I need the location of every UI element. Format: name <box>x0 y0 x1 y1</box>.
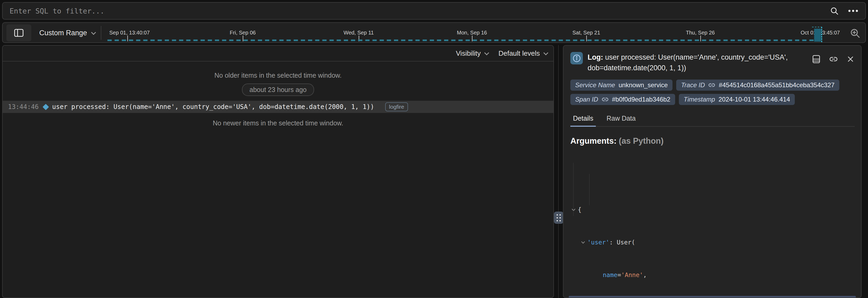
link-icon <box>602 96 609 103</box>
code-token: User( <box>617 237 635 248</box>
log-row[interactable]: 13:44:46 user processed: User(name='Anne… <box>3 101 553 113</box>
split-view-icon[interactable] <box>812 55 820 64</box>
panel-split-divider <box>558 45 559 298</box>
badge-value: #b0f0d9ed1ab346b2 <box>612 96 670 103</box>
log-list-panel: Visibility Default levels No older items… <box>2 45 554 298</box>
info-icon <box>570 52 583 64</box>
default-levels-label: Default levels <box>498 49 540 58</box>
log-row-message: user processed: User(name='Anne', countr… <box>52 103 374 110</box>
indent-guide <box>573 163 574 216</box>
sql-filter-bar[interactable]: Enter SQL to filter... <box>2 2 866 20</box>
timeline-label: Fri, Sep 06 <box>230 30 256 36</box>
collapse-caret-icon[interactable] <box>570 209 577 211</box>
visibility-label: Visibility <box>456 49 480 58</box>
timeline-label: Sep 01, 13:40:07 <box>109 30 150 36</box>
trace-id-badge[interactable]: Trace ID #454514c0168a455a51bb4ceba354c3… <box>676 79 839 91</box>
log-row-tag[interactable]: logfire <box>385 102 408 111</box>
divider <box>101 26 101 40</box>
arguments-heading-suffix: (as Python) <box>619 136 664 145</box>
detail-title-text: user processed: User(name='Anne', countr… <box>588 53 787 72</box>
detail-title-prefix: Log: <box>588 53 603 61</box>
time-ago-pill[interactable]: about 23 hours ago <box>242 84 314 96</box>
badge-label: Service Name <box>575 81 615 89</box>
log-list-header: Visibility Default levels <box>3 45 553 62</box>
close-icon[interactable] <box>847 56 854 63</box>
timeline-label: Sat, Sep 21 <box>572 30 600 36</box>
timestamp-badge: Timestamp 2024-10-01 13:44:46.414 <box>679 94 795 105</box>
log-level-diamond-icon <box>42 104 49 110</box>
log-row-time: 13:44:46 <box>8 103 39 110</box>
collapse-caret-icon[interactable] <box>580 241 586 244</box>
timeline-selection-marker[interactable] <box>812 27 822 42</box>
code-token: { <box>578 204 582 215</box>
time-range-label: Custom Range <box>39 29 87 37</box>
code-token: , <box>643 270 647 280</box>
span-id-badge[interactable]: Span ID #b0f0d9ed1ab346b2 <box>570 94 675 105</box>
code-string: 'Anne' <box>621 270 643 280</box>
panel-drag-handle[interactable] <box>554 211 563 224</box>
badge-label: Timestamp <box>684 96 715 103</box>
copy-link-icon[interactable] <box>829 55 838 63</box>
link-icon <box>708 82 715 89</box>
tab-raw-data[interactable]: Raw Data <box>604 112 638 126</box>
visibility-dropdown[interactable]: Visibility <box>456 49 488 58</box>
log-detail-panel: Log: user processed: User(name='Anne', c… <box>563 45 862 298</box>
badge-value: #454514c0168a455a51bb4ceba354c327 <box>719 81 834 89</box>
badge-value: 2024-10-01 13:44:46.414 <box>718 96 790 103</box>
code-key: name <box>603 270 617 280</box>
code-key: 'user' <box>587 237 609 248</box>
service-name-badge: Service Name unknown_service <box>570 79 673 91</box>
more-options-icon[interactable] <box>848 9 859 12</box>
no-older-items-text: No older items in the selected time wind… <box>3 72 553 79</box>
chevron-down-icon <box>91 30 96 35</box>
arguments-heading: Arguments: (as Python) <box>570 136 855 146</box>
code-token: : <box>609 237 617 248</box>
detail-tabs: Details Raw Data <box>570 112 855 127</box>
section-divider <box>569 296 856 297</box>
badge-label: Trace ID <box>681 81 705 89</box>
timeline-activity-dashes <box>107 39 823 41</box>
timeline-bar: Custom Range Sep 01, 13:40:07 Fri, Sep 0… <box>2 22 866 43</box>
code-token: = <box>617 270 621 280</box>
arguments-heading-text: Arguments: <box>570 136 617 145</box>
sql-filter-input[interactable]: Enter SQL to filter... <box>9 7 830 15</box>
chevron-down-icon <box>543 51 548 55</box>
badge-value: unknown_service <box>619 81 668 89</box>
default-levels-dropdown[interactable]: Default levels <box>498 49 547 58</box>
no-newer-items-text: No newer items in the selected time wind… <box>3 119 553 127</box>
arguments-code-tree: { 'user': User( name='Anne', country_cod… <box>570 150 855 298</box>
badge-label: Span ID <box>575 96 598 103</box>
detail-title: Log: user processed: User(name='Anne', c… <box>588 52 803 73</box>
time-range-dropdown[interactable]: Custom Range <box>39 23 95 43</box>
timeline-label: Thu, Sep 26 <box>686 30 715 36</box>
zoom-in-icon[interactable] <box>849 28 861 39</box>
search-icon[interactable] <box>830 6 839 15</box>
sidebar-toggle-button[interactable] <box>6 24 31 41</box>
chevron-down-icon <box>484 51 489 55</box>
timeline-label: Mon, Sep 16 <box>457 30 487 36</box>
timeline-label: Wed, Sep 11 <box>344 30 374 36</box>
tab-details[interactable]: Details <box>570 112 596 127</box>
